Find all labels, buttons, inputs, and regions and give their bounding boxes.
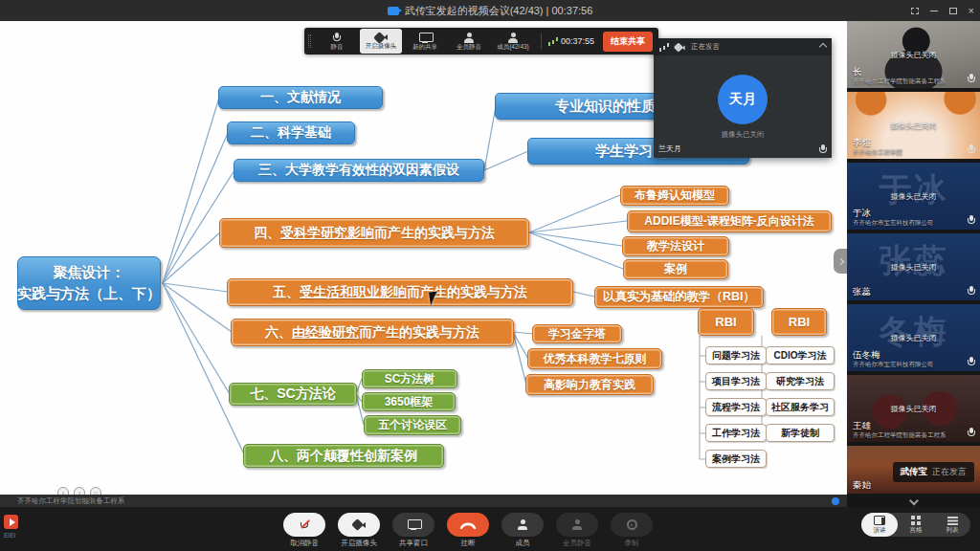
mindmap-node-seven-principles[interactable]: 优秀本科教学七原则 <box>527 348 662 369</box>
start-camera-button[interactable]: 开启摄像头 <box>338 513 380 547</box>
mindmap-node-problem-learning[interactable]: 问题学习法 <box>705 346 767 364</box>
end-share-button[interactable]: 结束共享 <box>603 32 653 52</box>
unmute-button[interactable]: 取消静音 <box>283 513 325 547</box>
mindmap-node-addie[interactable]: ADDIE模型-课程矩阵-反向设计法 <box>627 210 832 232</box>
mic-icon <box>968 215 975 226</box>
mindmap-node-pedagogy-design[interactable]: 教学法设计 <box>622 236 729 256</box>
mindmap-node-apprenticeship[interactable]: 新学徒制 <box>766 424 835 442</box>
layout-list-button[interactable]: 列表 <box>934 513 970 537</box>
drag-handle[interactable] <box>308 34 311 48</box>
members-label: 成员(42/43) <box>497 44 529 51</box>
new-share-button[interactable]: 新的共享 <box>404 29 446 54</box>
participant-tile[interactable]: 摄像头已关闭 王雄 齐齐哈尔工程学院智能装备工程系 <box>847 375 980 444</box>
sidebar-collapse-tab[interactable] <box>834 249 847 274</box>
close-icon[interactable]: × <box>969 6 974 16</box>
participant-dept: 齐齐哈尔工程学院 <box>853 148 902 156</box>
status-dot[interactable] <box>832 497 839 505</box>
layout-grid-button[interactable]: 宫格 <box>898 513 934 537</box>
record-button[interactable]: 录制 <box>611 513 653 547</box>
members-button[interactable]: 成员 <box>501 513 544 547</box>
node6-emphasis: 由经验研究 <box>292 324 359 342</box>
mindmap-node-3[interactable]: 三、大学教学有效性的双因素假设 <box>234 159 484 182</box>
members-button[interactable]: 成员(42/43) <box>492 29 534 54</box>
mindmap-node-work-learning[interactable]: 工作学习法 <box>705 424 767 442</box>
participant-meta: 王雄 齐齐哈尔工程学院智能装备工程系 <box>853 420 947 439</box>
hang-up-button[interactable]: 挂断 <box>447 513 489 547</box>
participant-tile[interactable]: 武传宝 正在发言 秦始 <box>847 446 980 496</box>
mindmap-node-4[interactable]: 四、受科学研究影响而产生的实践与方法 <box>219 218 529 248</box>
layout-speaker-label: 演讲 <box>874 527 886 534</box>
name-watermark: 冬梅 <box>847 310 980 354</box>
meeting-title: 武传宝发起的视频会议(42/43) | 00:37:56 <box>405 4 593 18</box>
node6-rest: 而产生的实践与方法 <box>359 324 479 342</box>
participant-dept: 齐齐哈尔工程学院智能装备工程系 <box>853 431 947 439</box>
people-icon <box>508 33 519 43</box>
speaking-status: 正在发言 <box>691 42 720 52</box>
participant-meta: 李煜 齐齐哈尔工程学院 <box>853 137 902 156</box>
mindmap-node-8[interactable]: 八、两个颠覆性创新案例 <box>243 444 444 468</box>
participant-tile[interactable]: 摄像头已关闭 李煜 齐齐哈尔工程学院 <box>847 92 980 161</box>
mute-all-button[interactable]: 全员静音 <box>448 29 490 54</box>
mindmap-node-5[interactable]: 五、受生活和职业影响而产生的实践与方法 <box>227 278 573 306</box>
mute-all-button[interactable]: 全员静音 <box>556 513 598 547</box>
unmute-label: 取消静音 <box>290 540 319 547</box>
mindmap-node-case[interactable]: 案例 <box>623 259 728 279</box>
fullscreen-icon[interactable] <box>911 8 919 14</box>
mindmap-node-sc-tree[interactable]: SC方法树 <box>362 369 457 388</box>
mindmap-node-pyramid[interactable]: 学习金字塔 <box>532 324 622 343</box>
mindmap-node-bloom[interactable]: 布鲁姆认知模型 <box>620 186 729 206</box>
mindmap-node-five-misconceptions[interactable]: 五个讨论误区 <box>364 415 461 435</box>
camera-off-label: 摄像头已关闭 <box>847 262 980 273</box>
camera-off-label: 摄像头已关闭 <box>847 404 980 414</box>
camera-on-button[interactable]: 开启摄像头 <box>360 29 402 54</box>
layout-list-label: 列表 <box>947 527 959 534</box>
minimize-icon[interactable] <box>930 11 938 11</box>
mindmap-node-3650[interactable]: 3650框架 <box>362 392 456 411</box>
mindmap-node-project-learning[interactable]: 项目学习法 <box>705 372 767 390</box>
participant-tile[interactable]: 摄像头已关闭 长 齐齐哈尔工程学院智能装备工程系 <box>847 21 980 90</box>
mindmap-node-community-service[interactable]: 社区服务学习 <box>766 398 835 416</box>
mindmap-node-6[interactable]: 六、由经验研究而产生的实践与方法 <box>231 319 514 346</box>
layout-grid-label: 宫格 <box>910 527 923 534</box>
chevron-right-icon <box>836 257 843 264</box>
participant-name: 长 <box>853 66 947 77</box>
mindmap-node-2[interactable]: 二、科学基础 <box>227 121 355 144</box>
camera-icon <box>388 7 399 15</box>
layout-speaker-button[interactable]: 演讲 <box>861 513 898 537</box>
scroll-more-chevron[interactable] <box>909 496 919 506</box>
mute-button[interactable]: 静音 <box>316 29 358 54</box>
participant-meta: 张蕊 <box>853 286 871 298</box>
share-window-button[interactable]: 共享窗口 <box>392 513 434 547</box>
mindmap-node-rbi-2[interactable]: RBI <box>771 308 827 336</box>
mindmap-node-rbi-teaching[interactable]: 以真实为基础的教学（RBI） <box>594 286 764 308</box>
participant-tile[interactable]: 冬梅 摄像头已关闭 伍冬梅 齐齐哈尔市宝宏科技有限公司 <box>847 304 980 373</box>
maximize-icon[interactable] <box>949 8 957 14</box>
participant-meta: 伍冬梅 齐齐哈尔市宝宏科技有限公司 <box>853 349 934 368</box>
speaker-avatar: 天月 <box>718 75 768 124</box>
bottom-control-bar: EIEI 取消静音 开启摄像头 共享窗口 挂断 <box>0 507 980 551</box>
participant-tile[interactable]: 张蕊 摄像头已关闭 张蕊 <box>847 233 980 302</box>
speaker-overlay-window[interactable]: 正在发言 天月 摄像头已关闭 兰天月 <box>654 38 832 158</box>
mindmap-node-1[interactable]: 一、文献情况 <box>218 86 383 109</box>
layout-switcher: 演讲 宫格 列表 设置 <box>861 513 980 545</box>
speaker-name: 兰天月 <box>658 143 681 154</box>
node5-prefix: 五、 <box>273 284 300 301</box>
camera-off-label: 摄像头已关闭 <box>847 191 980 202</box>
participant-meta: 于冰 齐齐哈尔市宝宏科技有限公司 <box>853 208 934 227</box>
mindmap-root-node[interactable]: 聚焦设计： 实践与方法（上、下） <box>17 256 161 310</box>
mindmap-node-high-impact[interactable]: 高影响力教育实践 <box>525 374 654 395</box>
window-controls: × <box>911 0 974 21</box>
start-camera-label: 开启摄像头 <box>341 540 377 547</box>
mindmap-node-rbi-1[interactable]: RBI <box>698 308 754 336</box>
share-window-label: 共享窗口 <box>399 540 428 547</box>
mindmap-node-process-learning[interactable]: 流程学习法 <box>705 398 767 416</box>
mindmap-node-research-learning[interactable]: 研究学习法 <box>766 372 835 390</box>
participant-tile[interactable]: 于冰 摄像头已关闭 于冰 齐齐哈尔市宝宏科技有限公司 <box>847 163 980 231</box>
mindmap-node-case-learning[interactable]: 案例学习法 <box>705 450 767 468</box>
mindmap-node-7[interactable]: 七、SC方法论 <box>229 383 357 406</box>
participant-name: 伍冬梅 <box>853 349 934 361</box>
mindmap-node-cdio-learning[interactable]: CDIO学习法 <box>766 346 835 364</box>
collapse-icon[interactable] <box>819 43 827 51</box>
mic-icon <box>968 357 975 367</box>
speaker-camera-off-label: 摄像头已关闭 <box>654 130 832 140</box>
